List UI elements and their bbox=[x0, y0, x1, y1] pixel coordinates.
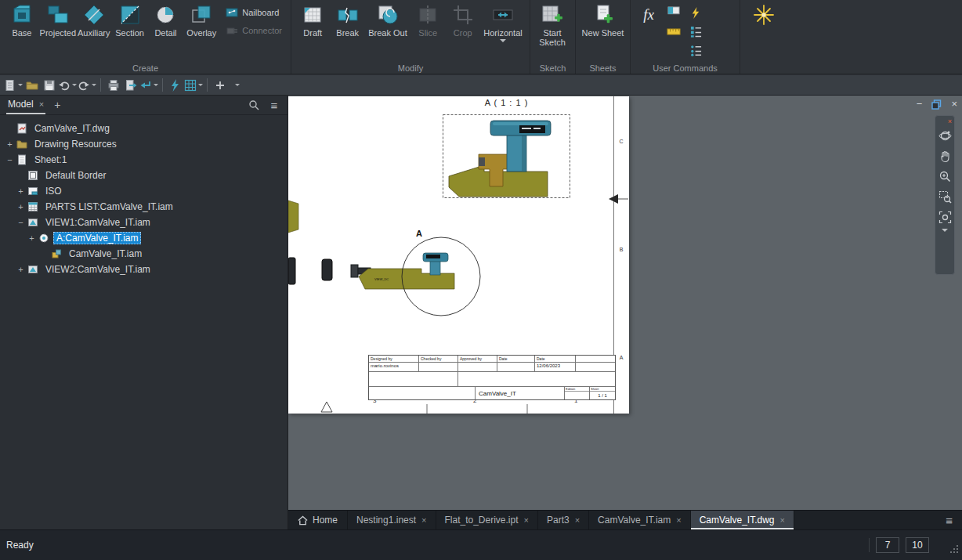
close-icon[interactable]: × bbox=[780, 515, 785, 525]
measure-button[interactable] bbox=[665, 23, 682, 39]
browser-tab-model[interactable]: Model × bbox=[6, 96, 45, 114]
connector-icon bbox=[226, 24, 238, 37]
home-tab[interactable]: Home bbox=[288, 511, 348, 529]
connector-button[interactable]: Connector bbox=[222, 23, 285, 38]
parts-list-icon bbox=[27, 201, 38, 212]
expander[interactable]: + bbox=[27, 233, 37, 243]
horizontal-button[interactable]: Horizontal bbox=[480, 2, 526, 42]
projected-button[interactable]: Projected bbox=[40, 2, 76, 38]
start-sketch-button[interactable]: Start Sketch bbox=[534, 2, 570, 47]
draft-button[interactable]: Draft bbox=[295, 2, 330, 38]
doc-tab-part3[interactable]: Part3 × bbox=[538, 511, 589, 529]
tree-item-sheet1[interactable]: − Sheet:1 bbox=[0, 152, 288, 168]
tree-item-dwg[interactable]: CamValve_IT.dwg bbox=[0, 121, 288, 136]
tree-item-parts-list[interactable]: + PARTS LIST:CamValve_IT.iam bbox=[0, 199, 288, 215]
break-button[interactable]: Break bbox=[330, 2, 364, 38]
iproperties-panel-button[interactable] bbox=[665, 5, 682, 20]
connector-label: Connector bbox=[242, 26, 282, 35]
add-browser-tab-button[interactable]: + bbox=[52, 99, 63, 111]
detail-button[interactable]: Detail bbox=[148, 2, 184, 38]
draft-view-icon bbox=[301, 3, 324, 27]
break-out-button[interactable]: Break Out bbox=[365, 2, 410, 38]
parameters-fx-button[interactable]: fx bbox=[635, 2, 663, 28]
crop-button[interactable]: Crop bbox=[445, 2, 479, 38]
tree-item-view2[interactable]: + VIEW2:CamValve_IT.iam bbox=[0, 262, 288, 277]
zoom-selected-button[interactable] bbox=[937, 207, 953, 227]
sparkle-star-icon bbox=[752, 3, 776, 27]
tree-item-iso[interactable]: + ISO bbox=[0, 183, 288, 199]
section-button[interactable]: Section bbox=[112, 2, 148, 38]
nailboard-button[interactable]: Nailboard bbox=[222, 5, 285, 20]
minimize-icon[interactable]: − bbox=[917, 99, 923, 110]
browser-menu-icon[interactable]: ≡ bbox=[267, 98, 281, 112]
slice-button[interactable]: Slice bbox=[410, 2, 445, 38]
new-file-icon bbox=[4, 79, 16, 92]
close-icon[interactable]: × bbox=[575, 515, 580, 525]
doc-tab-nesting[interactable]: Nesting1.inest × bbox=[348, 511, 436, 529]
detail-view-icon bbox=[154, 3, 177, 27]
numbered-list-button[interactable] bbox=[687, 23, 704, 39]
overlay-button[interactable]: Overlay bbox=[183, 2, 219, 38]
document-window-controls: − × bbox=[917, 99, 957, 110]
print-button[interactable] bbox=[105, 77, 121, 93]
expander[interactable]: + bbox=[5, 139, 15, 149]
tree-item-view1[interactable]: − VIEW1:CamValve_IT.iam bbox=[0, 215, 288, 230]
auxiliary-view-icon bbox=[82, 3, 106, 27]
tab-list-menu-icon[interactable]: ≡ bbox=[936, 511, 962, 529]
marking-menu-button[interactable] bbox=[746, 2, 782, 27]
doc-tab-camvalve-dwg[interactable]: CamValve_IT.dwg × bbox=[691, 511, 794, 529]
expander[interactable]: − bbox=[5, 155, 15, 164]
orbit-2d-button[interactable] bbox=[937, 125, 953, 146]
tree-item-drawing-resources[interactable]: + Drawing Resources bbox=[0, 136, 288, 152]
open-file-button[interactable] bbox=[24, 77, 40, 93]
auxiliary-button[interactable]: Auxiliary bbox=[76, 2, 112, 38]
tree-item-default-border[interactable]: Default Border bbox=[0, 168, 288, 183]
zoom-window-button[interactable] bbox=[937, 186, 953, 207]
tree-item-label: A:CamValve_IT.iam bbox=[53, 232, 141, 244]
toolbar-options-button[interactable] bbox=[229, 77, 245, 93]
close-icon[interactable]: × bbox=[39, 99, 44, 109]
expander[interactable]: + bbox=[16, 202, 26, 211]
expander[interactable]: + bbox=[16, 186, 26, 196]
close-icon[interactable]: × bbox=[524, 515, 529, 525]
restore-icon[interactable] bbox=[931, 99, 942, 110]
view-icon bbox=[27, 217, 38, 228]
base-button[interactable]: Base bbox=[4, 2, 40, 38]
save-button[interactable] bbox=[41, 77, 57, 93]
close-icon[interactable]: × bbox=[676, 515, 681, 525]
zone-letter: B bbox=[615, 247, 627, 252]
update-button[interactable] bbox=[687, 5, 704, 20]
status-counter-1[interactable]: 7 bbox=[876, 537, 899, 553]
close-icon[interactable]: × bbox=[948, 117, 954, 125]
graphics-canvas[interactable]: A ( 1 : 1 ) A VIEW_DC C B A 3 2 1 Design… bbox=[288, 96, 962, 510]
redo-button[interactable] bbox=[78, 77, 96, 93]
titleblock-title: CamValve_IT bbox=[476, 387, 565, 399]
status-bar: Ready 7 10 bbox=[0, 529, 962, 560]
new-file-button[interactable] bbox=[4, 77, 23, 93]
break-icon bbox=[336, 3, 360, 27]
local-update-button[interactable] bbox=[167, 77, 183, 93]
expander[interactable]: − bbox=[16, 218, 26, 227]
pan-button[interactable] bbox=[937, 146, 953, 166]
return-button[interactable] bbox=[139, 77, 158, 93]
resize-grip[interactable] bbox=[949, 544, 959, 556]
close-icon[interactable]: × bbox=[951, 99, 957, 110]
doc-tab-flat-to-derive[interactable]: Flat_to_Derive.ipt × bbox=[436, 511, 538, 529]
chevron-down-icon[interactable] bbox=[942, 229, 948, 232]
tree-item-detail-a[interactable]: + A:CamValve_IT.iam bbox=[0, 230, 288, 246]
tree-item-iam[interactable]: CamValve_IT.iam bbox=[0, 246, 288, 262]
search-icon[interactable] bbox=[247, 98, 261, 112]
export-button[interactable] bbox=[122, 77, 139, 93]
doc-tab-camvalve-iam[interactable]: CamValve_IT.iam × bbox=[589, 511, 691, 529]
undo-button[interactable] bbox=[58, 77, 77, 93]
new-sheet-button[interactable]: New Sheet bbox=[580, 2, 626, 38]
zoom-button[interactable] bbox=[937, 166, 953, 186]
add-command-button[interactable] bbox=[212, 77, 228, 93]
bulleted-list-button[interactable] bbox=[687, 42, 704, 58]
close-icon[interactable]: × bbox=[421, 515, 426, 525]
select-grid-button[interactable] bbox=[184, 77, 203, 93]
status-counter-2[interactable]: 10 bbox=[906, 537, 929, 553]
view-icon bbox=[27, 264, 38, 275]
drawing-sheet[interactable]: A ( 1 : 1 ) A VIEW_DC C B A 3 2 1 Design… bbox=[288, 96, 629, 414]
expander[interactable]: + bbox=[16, 265, 26, 274]
